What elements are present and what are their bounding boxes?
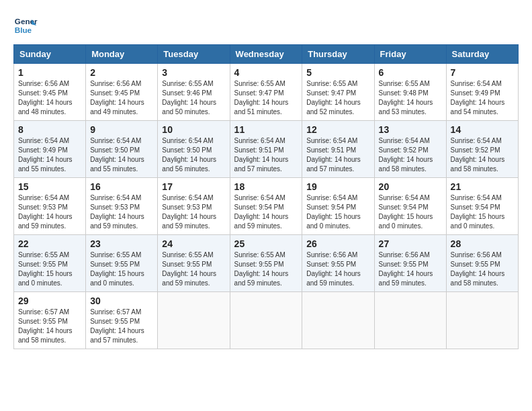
- calendar-cell: 20Sunrise: 6:54 AMSunset: 9:54 PMDayligh…: [374, 178, 446, 235]
- calendar-cell: 21Sunrise: 6:54 AMSunset: 9:54 PMDayligh…: [446, 178, 518, 235]
- logo: General Blue: [13, 13, 38, 38]
- day-number: 15: [18, 181, 81, 192]
- calendar-cell: 23Sunrise: 6:55 AMSunset: 9:55 PMDayligh…: [86, 235, 158, 292]
- calendar-cell: 9Sunrise: 6:54 AMSunset: 9:50 PMDaylight…: [86, 121, 158, 178]
- calendar-cell: 10Sunrise: 6:54 AMSunset: 9:50 PMDayligh…: [158, 121, 230, 178]
- day-number: 21: [451, 181, 514, 192]
- calendar-cell: 26Sunrise: 6:56 AMSunset: 9:55 PMDayligh…: [302, 235, 374, 292]
- cell-info: Sunrise: 6:54 AMSunset: 9:54 PMDaylight:…: [451, 193, 514, 231]
- day-number: 28: [451, 238, 514, 249]
- cell-info: Sunrise: 6:56 AMSunset: 9:45 PMDaylight:…: [90, 79, 153, 117]
- calendar-cell: 2Sunrise: 6:56 AMSunset: 9:45 PMDaylight…: [86, 64, 158, 121]
- day-number: 8: [18, 124, 81, 135]
- day-number: 7: [451, 67, 514, 78]
- cell-info: Sunrise: 6:54 AMSunset: 9:53 PMDaylight:…: [162, 193, 225, 231]
- cell-info: Sunrise: 6:56 AMSunset: 9:55 PMDaylight:…: [379, 250, 442, 288]
- header-saturday: Saturday: [446, 45, 518, 64]
- calendar-cell: 6Sunrise: 6:55 AMSunset: 9:48 PMDaylight…: [374, 64, 446, 121]
- calendar-cell: 12Sunrise: 6:54 AMSunset: 9:51 PMDayligh…: [302, 121, 374, 178]
- day-number: 4: [234, 67, 298, 78]
- day-number: 17: [162, 181, 225, 192]
- day-number: 30: [90, 295, 153, 306]
- calendar-table: SundayMondayTuesdayWednesdayThursdayFrid…: [13, 44, 519, 349]
- calendar-week-3: 15Sunrise: 6:54 AMSunset: 9:53 PMDayligh…: [14, 178, 519, 235]
- day-number: 29: [18, 295, 81, 306]
- cell-info: Sunrise: 6:55 AMSunset: 9:55 PMDaylight:…: [18, 250, 81, 288]
- calendar-cell: 17Sunrise: 6:54 AMSunset: 9:53 PMDayligh…: [158, 178, 230, 235]
- day-number: 2: [90, 67, 153, 78]
- calendar-cell: [374, 292, 446, 349]
- day-number: 13: [379, 124, 442, 135]
- calendar-cell: 5Sunrise: 6:55 AMSunset: 9:47 PMDaylight…: [302, 64, 374, 121]
- cell-info: Sunrise: 6:56 AMSunset: 9:45 PMDaylight:…: [18, 79, 81, 117]
- calendar-cell: 15Sunrise: 6:54 AMSunset: 9:53 PMDayligh…: [14, 178, 86, 235]
- calendar-cell: 29Sunrise: 6:57 AMSunset: 9:55 PMDayligh…: [14, 292, 86, 349]
- cell-info: Sunrise: 6:56 AMSunset: 9:55 PMDaylight:…: [306, 250, 369, 288]
- svg-text:Blue: Blue: [15, 26, 32, 34]
- cell-info: Sunrise: 6:54 AMSunset: 9:51 PMDaylight:…: [306, 136, 369, 174]
- logo-icon: General Blue: [13, 13, 38, 38]
- calendar-cell: 14Sunrise: 6:54 AMSunset: 9:52 PMDayligh…: [446, 121, 518, 178]
- cell-info: Sunrise: 6:54 AMSunset: 9:52 PMDaylight:…: [379, 136, 442, 174]
- cell-info: Sunrise: 6:55 AMSunset: 9:47 PMDaylight:…: [234, 79, 298, 117]
- calendar-cell: 3Sunrise: 6:55 AMSunset: 9:46 PMDaylight…: [158, 64, 230, 121]
- cell-info: Sunrise: 6:55 AMSunset: 9:55 PMDaylight:…: [90, 250, 153, 288]
- header-friday: Friday: [374, 45, 446, 64]
- cell-info: Sunrise: 6:54 AMSunset: 9:54 PMDaylight:…: [379, 193, 442, 231]
- day-number: 12: [306, 124, 369, 135]
- calendar-cell: 7Sunrise: 6:54 AMSunset: 9:49 PMDaylight…: [446, 64, 518, 121]
- cell-info: Sunrise: 6:57 AMSunset: 9:55 PMDaylight:…: [18, 308, 81, 345]
- cell-info: Sunrise: 6:54 AMSunset: 9:51 PMDaylight:…: [234, 136, 298, 174]
- day-number: 26: [306, 238, 369, 249]
- day-number: 23: [90, 238, 153, 249]
- calendar-cell: 30Sunrise: 6:57 AMSunset: 9:55 PMDayligh…: [86, 292, 158, 349]
- day-number: 14: [451, 124, 514, 135]
- cell-info: Sunrise: 6:56 AMSunset: 9:55 PMDaylight:…: [451, 250, 514, 288]
- calendar-cell: [302, 292, 374, 349]
- cell-info: Sunrise: 6:57 AMSunset: 9:55 PMDaylight:…: [90, 308, 153, 345]
- calendar-cell: 16Sunrise: 6:54 AMSunset: 9:53 PMDayligh…: [86, 178, 158, 235]
- cell-info: Sunrise: 6:55 AMSunset: 9:55 PMDaylight:…: [162, 250, 225, 288]
- day-number: 11: [234, 124, 298, 135]
- calendar-header-row: SundayMondayTuesdayWednesdayThursdayFrid…: [14, 45, 519, 64]
- cell-info: Sunrise: 6:54 AMSunset: 9:49 PMDaylight:…: [18, 136, 81, 174]
- calendar-cell: 11Sunrise: 6:54 AMSunset: 9:51 PMDayligh…: [230, 121, 302, 178]
- calendar-week-1: 1Sunrise: 6:56 AMSunset: 9:45 PMDaylight…: [14, 64, 519, 121]
- day-number: 16: [90, 181, 153, 192]
- calendar-week-5: 29Sunrise: 6:57 AMSunset: 9:55 PMDayligh…: [14, 292, 519, 349]
- calendar-week-4: 22Sunrise: 6:55 AMSunset: 9:55 PMDayligh…: [14, 235, 519, 292]
- day-number: 19: [306, 181, 369, 192]
- calendar-cell: [158, 292, 230, 349]
- day-number: 3: [162, 67, 225, 78]
- calendar-cell: 13Sunrise: 6:54 AMSunset: 9:52 PMDayligh…: [374, 121, 446, 178]
- calendar-cell: [446, 292, 518, 349]
- calendar-cell: 19Sunrise: 6:54 AMSunset: 9:54 PMDayligh…: [302, 178, 374, 235]
- day-number: 22: [18, 238, 81, 249]
- header-monday: Monday: [86, 45, 158, 64]
- calendar-cell: 22Sunrise: 6:55 AMSunset: 9:55 PMDayligh…: [14, 235, 86, 292]
- calendar-cell: 1Sunrise: 6:56 AMSunset: 9:45 PMDaylight…: [14, 64, 86, 121]
- cell-info: Sunrise: 6:54 AMSunset: 9:50 PMDaylight:…: [162, 136, 225, 174]
- day-number: 6: [379, 67, 442, 78]
- header-thursday: Thursday: [302, 45, 374, 64]
- cell-info: Sunrise: 6:54 AMSunset: 9:52 PMDaylight:…: [451, 136, 514, 174]
- day-number: 1: [18, 67, 81, 78]
- cell-info: Sunrise: 6:54 AMSunset: 9:53 PMDaylight:…: [18, 193, 81, 231]
- cell-info: Sunrise: 6:54 AMSunset: 9:53 PMDaylight:…: [90, 193, 153, 231]
- calendar-cell: 24Sunrise: 6:55 AMSunset: 9:55 PMDayligh…: [158, 235, 230, 292]
- calendar-week-2: 8Sunrise: 6:54 AMSunset: 9:49 PMDaylight…: [14, 121, 519, 178]
- header-sunday: Sunday: [14, 45, 86, 64]
- header-tuesday: Tuesday: [158, 45, 230, 64]
- day-number: 10: [162, 124, 225, 135]
- cell-info: Sunrise: 6:55 AMSunset: 9:47 PMDaylight:…: [306, 79, 369, 117]
- cell-info: Sunrise: 6:55 AMSunset: 9:46 PMDaylight:…: [162, 79, 225, 117]
- day-number: 5: [306, 67, 369, 78]
- day-number: 27: [379, 238, 442, 249]
- header-wednesday: Wednesday: [230, 45, 302, 64]
- day-number: 20: [379, 181, 442, 192]
- cell-info: Sunrise: 6:54 AMSunset: 9:54 PMDaylight:…: [306, 193, 369, 231]
- day-number: 25: [234, 238, 298, 249]
- calendar-cell: 28Sunrise: 6:56 AMSunset: 9:55 PMDayligh…: [446, 235, 518, 292]
- cell-info: Sunrise: 6:54 AMSunset: 9:49 PMDaylight:…: [451, 79, 514, 117]
- calendar-cell: [230, 292, 302, 349]
